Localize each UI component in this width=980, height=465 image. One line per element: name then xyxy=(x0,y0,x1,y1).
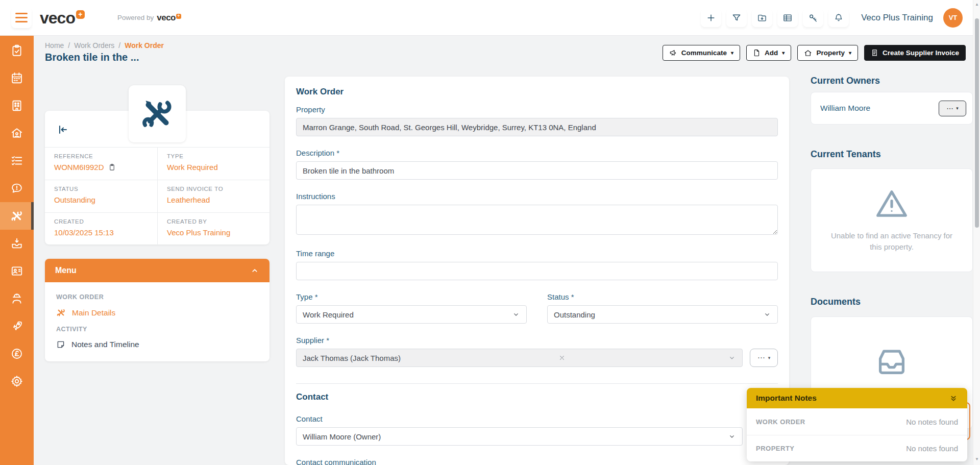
filter-funnel-icon xyxy=(731,13,742,23)
sidebar-item-imports[interactable] xyxy=(0,230,34,257)
top-header: veco + Powered by veco + xyxy=(0,0,980,36)
notifications-button[interactable] xyxy=(828,9,849,27)
warning-triangle-icon xyxy=(875,188,909,219)
breadcrumb-work-orders[interactable]: Work Orders xyxy=(74,41,114,50)
menu-item-notes-timeline[interactable]: Notes and Timeline xyxy=(56,340,258,349)
sidebar-item-landlords[interactable] xyxy=(0,119,34,147)
copy-reference-button[interactable] xyxy=(108,163,116,171)
summary-field-type: TYPE Work Required xyxy=(157,147,270,180)
description-label: Description * xyxy=(296,149,778,157)
sidebar-item-calendar[interactable] xyxy=(0,64,34,92)
collapse-left-icon xyxy=(57,124,69,136)
status-label: Status * xyxy=(547,292,778,301)
empty-inbox-icon xyxy=(875,347,908,376)
create-supplier-invoice-button[interactable]: Create Supplier Invoice xyxy=(864,45,966,61)
home-user-icon xyxy=(10,127,23,140)
caret-down-icon: ▾ xyxy=(956,106,959,111)
veco-logo-text: veco xyxy=(40,10,75,26)
sidebar-item-contacts[interactable] xyxy=(0,257,34,285)
reference-value[interactable]: WONM6I992D xyxy=(54,163,104,172)
property-button[interactable]: Property ▾ xyxy=(797,45,858,61)
plus-icon xyxy=(706,13,716,23)
worker-helmet-icon xyxy=(10,292,23,305)
sidebar-item-enquiries[interactable] xyxy=(0,175,34,202)
home-icon xyxy=(804,49,812,57)
sidebar-item-checklist[interactable] xyxy=(0,147,34,175)
status-select[interactable]: Outstanding xyxy=(547,305,778,324)
sidebar-item-suppliers[interactable] xyxy=(0,285,34,312)
property-input xyxy=(296,118,778,136)
menu-group-activity: ACTIVITY xyxy=(56,326,258,333)
clipboard-check-icon xyxy=(10,44,23,57)
summary-field-reference: REFERENCE WONM6I992D xyxy=(45,147,157,180)
api-keys-button[interactable] xyxy=(803,9,823,27)
create-new-button[interactable] xyxy=(701,9,721,27)
scroll-down-arrow-icon[interactable]: ▼ xyxy=(973,457,980,461)
description-input[interactable] xyxy=(296,161,778,180)
communicate-button[interactable]: Communicate ▾ xyxy=(663,45,740,61)
clear-x-icon[interactable] xyxy=(558,354,566,361)
copy-clipboard-icon xyxy=(108,163,116,171)
important-notes-row-property[interactable]: PROPERTY No notes found xyxy=(747,435,967,461)
folder-download-icon xyxy=(757,13,767,23)
documents-title: Documents xyxy=(811,297,861,307)
chevron-down-icon xyxy=(728,432,736,440)
sidebar-item-tasks[interactable] xyxy=(0,37,34,64)
sidebar-item-properties[interactable] xyxy=(0,92,34,119)
contact-select[interactable]: William Moore (Owner) xyxy=(296,427,743,446)
chevron-down-icon xyxy=(512,310,520,319)
supplier-label: Supplier * xyxy=(296,336,778,345)
type-select[interactable]: Work Required xyxy=(296,305,527,324)
summary-field-created: CREATED 10/03/2025 15:13 xyxy=(45,212,157,245)
sidebar-item-settings[interactable] xyxy=(0,368,34,395)
avatar[interactable]: VT xyxy=(943,8,963,28)
ellipsis-icon: ⋯ xyxy=(757,353,765,362)
scrollbar-thumb[interactable] xyxy=(975,18,979,228)
comment-exclamation-icon xyxy=(10,182,23,195)
sidebar-item-marketing[interactable] xyxy=(0,312,34,340)
ellipsis-icon: ⋯ xyxy=(946,104,953,112)
breadcrumb-current: Work Order xyxy=(125,41,164,50)
supplier-select[interactable]: Jack Thomas (Jack Thomas) xyxy=(296,349,743,367)
invoice-icon xyxy=(871,49,878,57)
hamburger-menu-icon[interactable] xyxy=(11,8,32,28)
bell-icon xyxy=(834,13,844,23)
current-owners-title: Current Owners xyxy=(811,76,880,86)
gear-icon xyxy=(10,375,23,388)
folder-download-button[interactable] xyxy=(752,9,772,27)
contact-label: Contact xyxy=(296,414,778,423)
caret-down-icon: ▾ xyxy=(731,50,733,56)
important-notes-header[interactable]: Important Notes xyxy=(747,388,967,408)
pound-circle-icon xyxy=(10,347,23,360)
sidebar xyxy=(0,36,34,465)
megaphone-icon xyxy=(669,49,677,57)
add-button[interactable]: Add ▾ xyxy=(746,45,791,61)
menu-panel-header[interactable]: Menu xyxy=(45,259,270,282)
owner-more-actions-button[interactable]: ⋯ ▾ xyxy=(939,101,966,116)
sidebar-item-work-orders[interactable] xyxy=(0,202,34,230)
tools-icon xyxy=(10,209,23,223)
scroll-up-arrow-icon[interactable]: ▲ xyxy=(973,2,980,7)
page-title: Broken tile in the ... xyxy=(45,52,139,63)
table-view-button[interactable] xyxy=(777,9,798,27)
inbox-download-icon xyxy=(10,237,23,250)
breadcrumb-home[interactable]: Home xyxy=(45,41,64,50)
veco-plus-badge: + xyxy=(76,10,85,19)
supplier-more-actions-button[interactable]: ⋯ ▾ xyxy=(750,349,778,367)
instructions-textarea[interactable] xyxy=(296,205,778,235)
file-icon xyxy=(753,49,761,57)
collapse-panel-button[interactable] xyxy=(52,120,74,139)
veco-logo: veco + xyxy=(40,10,85,26)
time-range-input[interactable] xyxy=(296,262,778,280)
owner-name[interactable]: William Moore xyxy=(820,104,870,113)
user-name[interactable]: Veco Plus Training xyxy=(861,13,933,23)
powered-by-plus-badge: + xyxy=(176,14,181,19)
summary-fields: REFERENCE WONM6I992D TYPE Work Required … xyxy=(45,147,270,245)
important-notes-row-work-order[interactable]: WORK ORDER No notes found xyxy=(747,408,967,435)
table-icon xyxy=(782,13,793,23)
menu-item-main-details[interactable]: Main Details xyxy=(56,308,258,317)
sidebar-item-accounts[interactable] xyxy=(0,340,34,368)
filter-button[interactable] xyxy=(726,9,747,27)
caret-down-icon: ▾ xyxy=(849,50,851,56)
page-scrollbar[interactable]: ▲ ▼ xyxy=(973,0,980,465)
